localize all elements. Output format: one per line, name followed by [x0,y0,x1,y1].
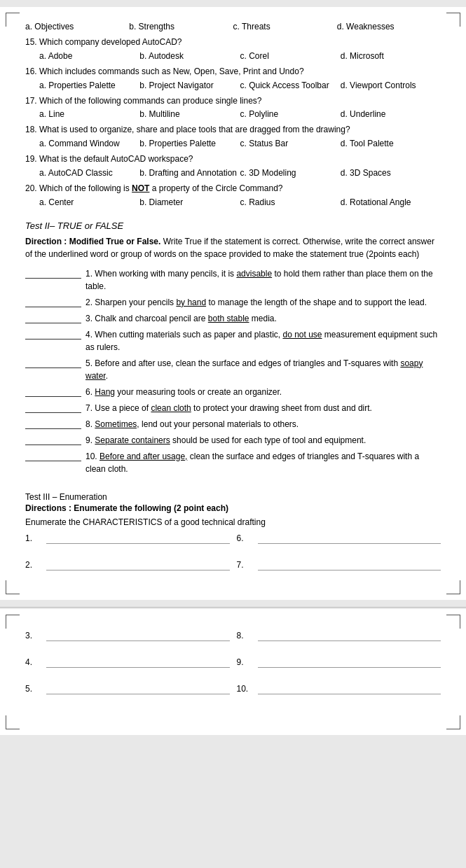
page-1: a. Objectives b. Strengths c. Threats d.… [0,7,466,600]
enum-item-6: 6. [237,533,441,544]
test2-title: Test II– TRUE or FALSE [25,220,441,231]
tf-blank-7 [25,402,81,413]
corner-tl-p2 [6,615,20,629]
tf-blank-2 [25,296,81,307]
tf-blank-6 [25,386,81,397]
q19-c: c. 3D Modeling [240,167,341,178]
q15-d: d. Microsoft [341,50,441,62]
tf-item-8: 8. Sometimes, lend out your personal mat… [25,418,441,430]
page-2: 3. 4. 5. 8. 9. 10. [0,609,466,735]
q16-a: a. Properties Palette [39,80,139,91]
corner-bl [6,580,20,594]
tf-item-4: 4. When cutting materials such as paper … [25,328,441,354]
q15-a: a. Adobe [39,50,139,62]
q15-c: c. Corel [240,50,341,62]
test2-title-text: Test II– TRUE or FALSE [25,220,441,231]
q20-not: NOT [132,183,149,193]
question-choices-row: a. Objectives b. Strengths c. Threats d.… [25,21,441,32]
direction-label: Direction : Modified True or False. [25,237,160,246]
q20-c: c. Radius [240,197,341,208]
enum-num-4: 4. [25,657,46,667]
enum-line-4 [46,657,230,668]
enum-item-3: 3. [25,630,230,641]
enum-item-2: 2. [25,559,230,570]
enum-num-1: 1. [25,533,46,543]
q18-a: a. Command Window [39,138,139,149]
question-16: 16. Which includes commands such as New,… [25,66,441,91]
tf-text-4: 4. When cutting materials such as paper … [85,328,441,354]
enum-line-8 [258,630,441,641]
q18-text: 18. What is used to organize, share and … [25,124,441,136]
tf-item-7: 7. Use a piece of clean cloth to protect… [25,402,441,414]
q16-b: b. Project Navigator [139,80,240,91]
q15-b: b. Autodesk [139,50,240,62]
question-15: 15. Which company developed AutoCAD? a. … [25,36,441,62]
enum-item-9: 9. [237,657,441,668]
choice-d: d. Weaknesses [337,21,441,32]
q19-a: a. AutoCAD Classic [39,167,139,178]
enum-num-9: 9. [237,657,258,667]
enum-line-7 [258,559,441,570]
enum-col-right: 6. 7. [237,533,441,586]
test3-title: Test III – Enumeration [25,492,441,502]
enum-cols-p2: 3. 4. 5. 8. 9. 10. [25,630,441,710]
test3-section: Test III – Enumeration Directions : Enum… [25,492,441,586]
test3-enum-label: Enumerate the CHARACTERISTICS of a good … [25,517,441,527]
q19-b: b. Drafting and Annotation [139,167,240,178]
enum-num-3: 3. [25,631,46,640]
enum-line-9 [258,657,441,668]
question-17: 17. Which of the following commands can … [25,95,441,120]
corner-br [446,580,460,594]
q17-b: b. Multiline [139,108,240,120]
q17-d: d. Underline [341,108,441,120]
tf-text-3: 3. Chalk and charcoal pencil are both st… [85,312,441,325]
enum-num-6: 6. [237,533,258,543]
q20-a: a. Center [39,197,139,208]
q18-c: c. Status Bar [240,138,341,149]
enum-line-10 [258,683,441,694]
tf-text-7: 7. Use a piece of clean cloth to protect… [85,402,441,414]
tf-text-5: 5. Before and after use, clean the surfa… [85,357,441,382]
q17-text: 17. Which of the following commands can … [25,95,441,107]
tf-blank-8 [25,418,81,429]
question-19: 19. What is the default AutoCAD workspac… [25,153,441,178]
q20-text: 20. Which of the following is NOT a prop… [25,183,441,195]
q16-c: c. Quick Access Toolbar [240,80,341,91]
tf-text-6: 6. Hang your measuring tools or create a… [85,386,441,398]
enum-line-5 [46,683,230,694]
enum-line-3 [46,630,230,641]
page-divider [0,607,466,608]
tf-item-1: 1. When working with many pencils, it is… [25,267,441,293]
enum-line-1 [46,533,230,544]
enum-num-10: 10. [237,684,258,694]
tf-item-3: 3. Chalk and charcoal pencil are both st… [25,312,441,325]
tf-blank-3 [25,312,81,323]
tf-item-5: 5. Before and after use, clean the surfa… [25,357,441,382]
q17-c: c. Polyline [240,108,341,120]
q17-a: a. Line [39,108,139,120]
corner-bl-p2 [6,715,20,729]
enum-num-8: 8. [237,631,258,640]
q20-b: b. Diameter [139,197,240,208]
q18-d: d. Tool Palette [341,138,441,149]
enum-item-10: 10. [237,683,441,694]
corner-tr [446,13,460,27]
q15-text: 15. Which company developed AutoCAD? [25,36,441,48]
q19-text: 19. What is the default AutoCAD workspac… [25,153,441,165]
enum-num-7: 7. [237,560,258,570]
enum-line-6 [258,533,441,544]
q16-d: d. Viewport Controls [341,80,441,91]
enum-col-right-p2: 8. 9. 10. [237,630,441,710]
enum-col-left: 1. 2. [25,533,230,586]
test2-direction: Direction : Modified True or False. Writ… [25,235,441,260]
tf-item-2: 2. Sharpen your pencils by hand to manag… [25,296,441,309]
q18-b: b. Properties Palette [139,138,240,149]
q20-d: d. Rotational Angle [341,197,441,208]
corner-br-p2 [446,715,460,729]
enum-item-7: 7. [237,559,441,570]
tf-item-9: 9. Separate containers should be used fo… [25,434,441,447]
tf-blank-9 [25,434,81,445]
corner-tr-p2 [446,615,460,629]
enum-col-left-p2: 3. 4. 5. [25,630,230,710]
test3-direction: Directions : Enumerate the following (2 … [25,503,441,513]
